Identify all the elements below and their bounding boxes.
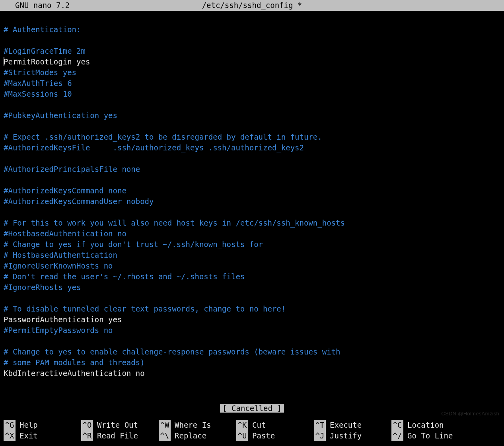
shortcut-key: ^G (4, 420, 16, 430)
shortcut-location[interactable]: ^CLocation (391, 420, 469, 430)
line-text: # Authentication: (4, 25, 81, 34)
editor-line[interactable]: #AuthorizedKeysCommand none (4, 185, 500, 196)
editor-line[interactable] (4, 35, 500, 46)
shortcut-key: ^C (391, 420, 403, 430)
editor-line[interactable]: # For this to work you will also need ho… (4, 218, 500, 228)
shortcut-write-out[interactable]: ^OWrite Out (81, 420, 159, 430)
shortcut-label: Write Out (97, 420, 138, 430)
line-text: PasswordAuthentication yes (4, 315, 122, 324)
line-text: # some PAM modules and threads) (4, 358, 145, 367)
editor-line[interactable]: # Change to yes to enable challenge-resp… (4, 347, 500, 357)
shortcut-key: ^R (81, 430, 93, 441)
shortcut-key: ^U (236, 430, 248, 441)
shortcut-key: ^W (159, 420, 171, 430)
shortcut-go-to-line[interactable]: ^/Go To Line (391, 430, 469, 441)
editor-line[interactable]: # Expect .ssh/authorized_keys2 to be dis… (4, 132, 500, 142)
editor-line[interactable]: #LoginGraceTime 2m (4, 46, 500, 56)
shortcut-key: ^\ (159, 430, 171, 441)
shortcut-replace[interactable]: ^\Replace (159, 430, 236, 441)
editor-line[interactable] (4, 14, 500, 24)
shortcut-bar: ^GHelp^OWrite Out^WWhere Is^KCut^TExecut… (0, 420, 504, 446)
line-text: #MaxSessions 10 (4, 90, 72, 98)
editor-line[interactable]: PasswordAuthentication yes (4, 314, 500, 325)
line-text: #AuthorizedPrincipalsFile none (4, 165, 140, 173)
editor-body[interactable]: # Authentication:#LoginGraceTime 2mPermi… (0, 11, 504, 379)
shortcut-label: Location (407, 420, 444, 430)
line-text: #IgnoreUserKnownHosts no (4, 261, 113, 270)
title-bar: GNU nano 7.2 /etc/ssh/sshd_config * (0, 0, 504, 11)
editor-line[interactable] (4, 207, 500, 218)
app-name: GNU nano 7.2 (15, 0, 70, 11)
editor-line[interactable]: PermitRootLogin yes (4, 56, 500, 67)
line-text: #AuthorizedKeysCommand none (4, 186, 126, 195)
shortcut-label: Paste (252, 430, 275, 441)
editor-line[interactable]: # Change to yes if you don't trust ~/.ss… (4, 239, 500, 250)
line-text: #AuthorizedKeysFile .ssh/authorized_keys… (4, 143, 304, 152)
editor-line[interactable]: #HostbasedAuthentication no (4, 228, 500, 239)
status-message: [ Cancelled ] (220, 404, 284, 413)
shortcut-label: Justify (330, 430, 362, 441)
editor-line[interactable]: #AuthorizedPrincipalsFile none (4, 164, 500, 175)
shortcut-justify[interactable]: ^JJustify (314, 430, 391, 441)
shortcut-key: ^X (4, 430, 16, 441)
shortcut-key: ^O (81, 420, 93, 430)
editor-line[interactable]: #PermitEmptyPasswords no (4, 325, 500, 336)
line-text: # Change to yes to enable challenge-resp… (4, 347, 340, 356)
editor-line[interactable] (4, 99, 500, 110)
editor-line[interactable]: #StrictModes yes (4, 67, 500, 78)
editor-line[interactable]: # Authentication: (4, 24, 500, 35)
shortcut-key: ^J (314, 430, 326, 441)
line-text: PermitRootLogin yes (4, 57, 90, 66)
line-text: # For this to work you will also need ho… (4, 218, 345, 227)
editor-line[interactable] (4, 175, 500, 185)
shortcut-paste[interactable]: ^UPaste (236, 430, 314, 441)
shortcut-cut[interactable]: ^KCut (236, 420, 314, 430)
line-text: #HostbasedAuthentication no (4, 229, 126, 238)
editor-line[interactable] (4, 153, 500, 164)
watermark: CSDN @HolmesAmzish (441, 408, 499, 419)
shortcut-label: Where Is (175, 420, 211, 430)
editor-line[interactable]: KbdInteractiveAuthentication no (4, 368, 500, 379)
shortcut-where-is[interactable]: ^WWhere Is (159, 420, 236, 430)
shortcut-key: ^/ (391, 430, 403, 441)
editor-line[interactable] (4, 121, 500, 132)
editor-line[interactable]: #IgnoreUserKnownHosts no (4, 261, 500, 271)
line-text: #IgnoreRhosts yes (4, 283, 81, 292)
editor-line[interactable]: # HostbasedAuthentication (4, 250, 500, 261)
editor-line[interactable]: #MaxSessions 10 (4, 89, 500, 99)
line-text: KbdInteractiveAuthentication no (4, 369, 145, 378)
line-text: # To disable tunneled clear text passwor… (4, 304, 286, 313)
editor-line[interactable]: # Don't read the user's ~/.rhosts and ~/… (4, 271, 500, 282)
line-text: #AuthorizedKeysCommandUser nobody (4, 197, 154, 206)
shortcut-label: Replace (175, 430, 206, 441)
shortcut-execute[interactable]: ^TExecute (314, 420, 391, 430)
line-text: # HostbasedAuthentication (4, 251, 117, 259)
shortcut-exit[interactable]: ^XExit (4, 430, 81, 441)
line-text: #LoginGraceTime 2m (4, 47, 86, 55)
editor-line[interactable]: # some PAM modules and threads) (4, 357, 500, 368)
shortcut-label: Go To Line (407, 430, 453, 441)
shortcut-label: Exit (19, 430, 38, 441)
file-name: /etc/ssh/sshd_config * (0, 0, 504, 11)
editor-line[interactable]: #PubkeyAuthentication yes (4, 110, 500, 121)
shortcut-label: Cut (252, 420, 266, 430)
shortcut-label: Execute (330, 420, 362, 430)
line-text: # Expect .ssh/authorized_keys2 to be dis… (4, 132, 322, 141)
shortcut-row-1: ^GHelp^OWrite Out^WWhere Is^KCut^TExecut… (4, 420, 500, 430)
line-text: #PermitEmptyPasswords no (4, 326, 113, 335)
shortcut-read-file[interactable]: ^RRead File (81, 430, 159, 441)
editor-line[interactable]: #AuthorizedKeysCommandUser nobody (4, 196, 500, 207)
status-bar: [ Cancelled ] (0, 403, 504, 414)
editor-line[interactable]: # To disable tunneled clear text passwor… (4, 304, 500, 314)
line-text: #StrictModes yes (4, 68, 76, 77)
shortcut-help[interactable]: ^GHelp (4, 420, 81, 430)
line-text: #PubkeyAuthentication yes (4, 111, 117, 120)
editor-line[interactable]: #AuthorizedKeysFile .ssh/authorized_keys… (4, 142, 500, 153)
editor-line[interactable] (4, 293, 500, 304)
editor-line[interactable]: #IgnoreRhosts yes (4, 282, 500, 293)
shortcut-label: Read File (97, 430, 138, 441)
shortcut-key: ^K (236, 420, 248, 430)
shortcut-key: ^T (314, 420, 326, 430)
editor-line[interactable] (4, 336, 500, 347)
editor-line[interactable]: #MaxAuthTries 6 (4, 78, 500, 89)
